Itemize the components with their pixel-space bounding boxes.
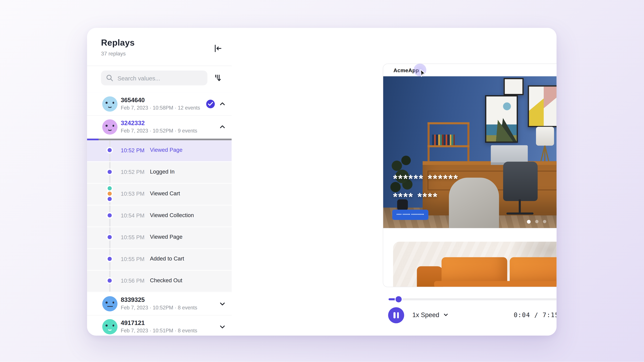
scene-frame-diamond [528,85,556,127]
event-label: Added to Cart [150,256,184,262]
selected-check-badge [206,100,215,108]
collapse-panel-icon [213,43,223,53]
sofa-cushion [510,257,556,284]
carousel-dot[interactable] [535,220,538,223]
replay-viewer: AcmeApp ***************** [232,28,556,336]
carousel-dot-active[interactable] [527,220,530,224]
scene-office-chair [503,162,538,201]
session-meta: Feb 7, 2023 · 10:51PM · 8 events [121,328,197,334]
sofa-cushion [442,257,507,284]
hero-cta-button[interactable]: **** ****** ********** [392,209,428,220]
masked-hero-heading: ****** ********** **** [393,170,459,206]
playback-speed-selector[interactable]: 1x Speed [412,311,446,319]
search-input[interactable] [117,70,204,86]
session-id: 4917121 [121,319,145,326]
session-avatar [102,119,118,135]
playback-progress-thumb[interactable] [396,296,402,302]
event-row[interactable]: 10:53 PMViewed Cart [87,184,232,205]
sofa-image [393,242,556,287]
session-id: 3242332 [121,119,145,127]
hero-image: ****** ********** **** **** ****** *****… [383,76,556,228]
check-icon [208,102,213,106]
session-timeline-progress-fill [87,139,98,140]
chevron-up-icon[interactable] [219,101,226,107]
scene-lamp [536,127,554,146]
speed-label: 1x Speed [412,311,439,319]
event-dot [108,170,112,174]
session-avatar [102,319,118,334]
scene-frame-mountain [485,95,518,143]
event-row[interactable]: 10:56 PMChecked Out [87,271,232,293]
chevron-up-icon[interactable] [219,124,226,130]
pause-button[interactable] [388,307,404,323]
event-dot [108,148,112,152]
event-dot [108,186,112,190]
carousel-dots [383,220,556,224]
chevron-down-icon [443,312,448,318]
search-icon [106,74,113,82]
replay-count: 37 replays [101,50,126,57]
event-dot [108,192,112,196]
search-box[interactable] [101,70,207,85]
event-row[interactable]: 10:52 PMViewed Page [87,140,232,162]
session-row-3242332[interactable]: 3242332Feb 7, 2023 · 10:52PM · 9 events [87,116,232,139]
sort-button[interactable] [213,73,223,83]
event-label: Viewed Cart [150,190,180,196]
event-dot [108,235,112,239]
event-time: 10:52 PM [121,147,144,154]
event-label: Viewed Page [150,234,182,240]
event-timeline: 10:52 PMViewed Page10:52 PMLogged In10:5… [87,140,232,293]
session-meta: Feb 7, 2023 · 10:52PM · 9 events [121,128,197,134]
session-row-3654640[interactable]: 3654640Feb 7, 2023 · 10:58PM · 12 events [87,93,232,116]
playback-time: 0:04 / 7:15 [513,311,556,319]
session-list: 3654640Feb 7, 2023 · 10:58PM · 12 events… [87,93,232,336]
sofa-seat [434,281,556,287]
event-row[interactable]: 10:54 PMViewed Collection [87,205,232,227]
event-label: Viewed Collection [150,212,194,218]
session-row-4917121[interactable]: 4917121Feb 7, 2023 · 10:51PM · 8 events [87,315,232,336]
event-time: 10:56 PM [121,278,144,284]
replay-player-viewport: AcmeApp ***************** [383,64,556,287]
scene-laptop [491,145,528,163]
carousel-dot[interactable] [543,220,546,223]
event-label: Logged In [150,169,174,175]
pause-icon [394,312,395,319]
session-meta: Feb 7, 2023 · 10:52PM · 8 events [121,305,197,311]
app-window: Replays 37 replays [87,28,556,336]
session-avatar [102,296,118,311]
event-row[interactable]: 10:55 PMAdded to Cart [87,249,232,271]
event-label: Checked Out [150,277,182,284]
chevron-down-icon[interactable] [219,324,226,330]
page-background: Replays 37 replays [0,0,644,362]
search-row [87,66,232,93]
event-time: 10:55 PM [121,256,144,262]
event-time: 10:53 PM [121,191,144,197]
event-dot [108,197,112,201]
session-row-8339325[interactable]: 8339325Feb 7, 2023 · 10:52PM · 8 events [87,293,232,315]
event-time: 10:54 PM [121,212,144,219]
replayed-site-navbar: AcmeApp ***************** [383,64,556,76]
session-avatar [102,96,118,112]
session-timeline-progress [87,139,232,140]
session-id: 8339325 [121,296,145,303]
event-row[interactable]: 10:52 PMLogged In [87,162,232,184]
event-dot [108,279,112,283]
sort-descending-icon [213,73,223,83]
page-title: Replays [101,38,135,48]
event-time: 10:52 PM [121,169,144,175]
site-lower-section: *** ****** **** [383,228,556,287]
playback-progress-bar[interactable] [388,298,556,300]
event-row[interactable]: 10:55 PMViewed Page [87,227,232,249]
collapse-sidebar-button[interactable] [213,43,223,53]
replays-sidebar: Replays 37 replays [87,28,232,336]
sidebar-header: Replays 37 replays [87,28,232,66]
event-dot [108,257,112,261]
product-card: *** ****** **** [393,242,556,287]
chevron-down-icon[interactable] [219,301,226,307]
event-dot [108,213,112,217]
session-id: 3654640 [121,96,145,104]
event-label: Viewed Page [150,147,182,153]
scene-frame-small [504,78,524,95]
event-time: 10:55 PM [121,234,144,240]
session-meta: Feb 7, 2023 · 10:58PM · 12 events [121,105,200,111]
